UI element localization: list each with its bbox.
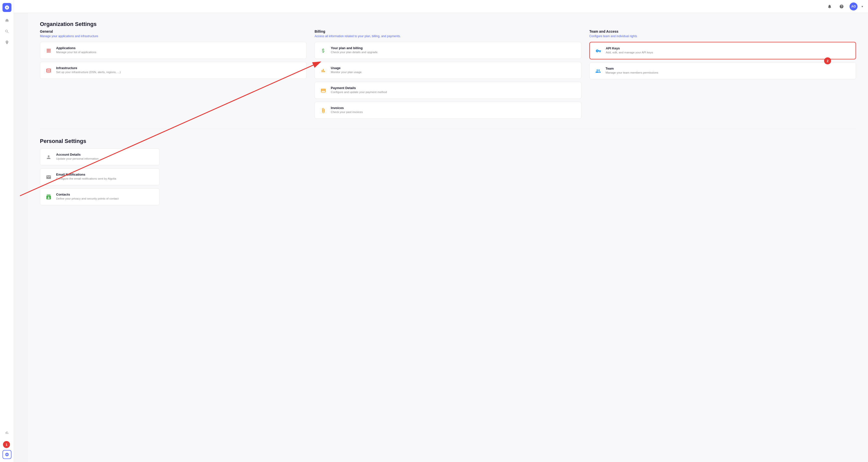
contacts-desc: Define your privacy and security points … <box>56 197 119 200</box>
invoices-icon <box>319 106 327 115</box>
avatar-chevron[interactable]: ▾ <box>862 5 863 8</box>
invoices-content: Invoices Check your past invoices <box>331 106 363 114</box>
general-column: General Manage your applications and inf… <box>40 29 307 122</box>
infrastructure-title: Infrastructure <box>56 66 121 70</box>
sidebar-item-home[interactable] <box>2 16 11 25</box>
applications-desc: Manage your list of applications <box>56 51 96 54</box>
team-header: Team and Access Configure team and indiv… <box>589 29 856 38</box>
notification-icon[interactable] <box>826 2 834 10</box>
account-details-content: Account Details Update your personal inf… <box>56 153 98 160</box>
sidebar-item-database[interactable] <box>2 439 11 448</box>
general-desc: Manage your applications and infrastruct… <box>40 34 307 38</box>
sidebar <box>0 0 14 462</box>
usage-desc: Monitor your plan usage <box>331 70 362 73</box>
api-keys-content: API Keys Add, edit, and manage your API … <box>606 47 653 54</box>
team-card[interactable]: Team Manage your team members permission… <box>589 62 856 79</box>
invoices-title: Invoices <box>331 106 363 110</box>
contacts-icon <box>45 193 53 201</box>
settings-icon <box>5 452 9 457</box>
billing-desc: Access all information related to your p… <box>314 34 581 38</box>
email-notifications-desc: Configure the email notifications sent b… <box>56 177 116 180</box>
team-column: Team and Access Configure team and indiv… <box>589 29 856 122</box>
plan-desc: Check your plan details and upgrade <box>331 51 377 54</box>
account-details-card[interactable]: Account Details Update your personal inf… <box>40 148 160 165</box>
usage-content: Usage Monitor your plan usage <box>331 66 362 73</box>
usage-icon <box>319 67 327 74</box>
api-keys-title: API Keys <box>606 47 653 50</box>
email-notifications-title: Email Notifications <box>56 173 116 176</box>
home-icon <box>5 18 9 23</box>
payment-title: Payment Details <box>331 86 387 90</box>
general-label: General <box>40 29 307 33</box>
section-divider <box>40 129 856 129</box>
api-keys-icon <box>594 47 602 55</box>
general-header: General Manage your applications and inf… <box>40 29 307 38</box>
infrastructure-content: Infrastructure Set up your infrastructur… <box>56 66 121 73</box>
usage-title: Usage <box>331 66 362 70</box>
team-label: Team and Access <box>589 29 856 33</box>
plan-icon <box>319 47 327 55</box>
contacts-content: Contacts Define your privacy and securit… <box>56 192 119 200</box>
personal-settings-title: Personal Settings <box>40 138 856 145</box>
org-columns: General Manage your applications and inf… <box>40 29 856 122</box>
main-content: Organization Settings General Manage you… <box>28 13 868 462</box>
topbar: AO ▾ <box>14 0 868 13</box>
plan-title: Your plan and billing <box>331 46 377 50</box>
applications-card[interactable]: Applications Manage your list of applica… <box>40 42 307 59</box>
user-avatar[interactable]: AO <box>849 2 858 10</box>
team-content: Team Manage your team members permission… <box>606 67 658 74</box>
search-icon <box>5 29 9 34</box>
email-notifications-card[interactable]: Email Notifications Configure the email … <box>40 168 160 185</box>
contacts-title: Contacts <box>56 192 119 196</box>
help-icon[interactable] <box>838 2 845 10</box>
billing-column: Billing Access all information related t… <box>314 29 581 122</box>
infrastructure-icon <box>45 67 53 74</box>
svg-point-1 <box>46 69 51 70</box>
team-desc-text: Manage your team members permissions <box>606 71 658 74</box>
applications-content: Applications Manage your list of applica… <box>56 46 96 54</box>
pin-icon <box>5 40 9 45</box>
sidebar-item-search1[interactable] <box>2 27 11 36</box>
infrastructure-desc: Set up your infrastructure (DSN, alerts,… <box>56 70 121 73</box>
chart-icon <box>5 430 9 435</box>
database-icon <box>5 441 9 446</box>
sidebar-item-search2[interactable] <box>2 38 11 47</box>
invoices-desc: Check your past invoices <box>331 111 363 114</box>
team-title: Team <box>606 67 658 70</box>
personal-cards: Account Details Update your personal inf… <box>40 148 160 205</box>
team-icon <box>594 67 602 75</box>
plan-card[interactable]: Your plan and billing Check your plan de… <box>314 42 581 59</box>
contacts-card[interactable]: Contacts Define your privacy and securit… <box>40 188 160 205</box>
plan-content: Your plan and billing Check your plan de… <box>331 46 377 54</box>
account-details-desc: Update your personal information <box>56 157 98 160</box>
sidebar-item-settings[interactable] <box>2 450 11 459</box>
email-notifications-icon <box>45 173 53 181</box>
personal-settings-section: Personal Settings Account Details Update… <box>40 138 856 205</box>
payment-content: Payment Details Configure and update you… <box>331 86 387 94</box>
invoices-card[interactable]: Invoices Check your past invoices <box>314 102 581 119</box>
api-keys-desc: Add, edit, and manage your API keys <box>606 51 653 54</box>
billing-label: Billing <box>314 29 581 33</box>
sidebar-item-charts[interactable] <box>2 428 11 437</box>
org-settings-title: Organization Settings <box>40 21 856 27</box>
applications-title: Applications <box>56 46 96 50</box>
infrastructure-card[interactable]: Infrastructure Set up your infrastructur… <box>40 62 307 79</box>
team-desc: Configure team and individual rights <box>589 34 856 38</box>
svg-point-0 <box>5 442 9 443</box>
account-details-title: Account Details <box>56 153 98 156</box>
usage-card[interactable]: Usage Monitor your plan usage <box>314 62 581 79</box>
email-notifications-content: Email Notifications Configure the email … <box>56 173 116 180</box>
payment-icon <box>319 87 327 95</box>
payment-desc: Configure and update your payment method <box>331 91 387 94</box>
logo-icon <box>4 5 9 10</box>
account-details-icon <box>45 153 53 161</box>
billing-header: Billing Access all information related t… <box>314 29 581 38</box>
payment-card[interactable]: Payment Details Configure and update you… <box>314 82 581 99</box>
logo[interactable] <box>2 3 11 12</box>
api-keys-card[interactable]: API Keys Add, edit, and manage your API … <box>589 42 856 59</box>
applications-icon <box>45 47 53 55</box>
